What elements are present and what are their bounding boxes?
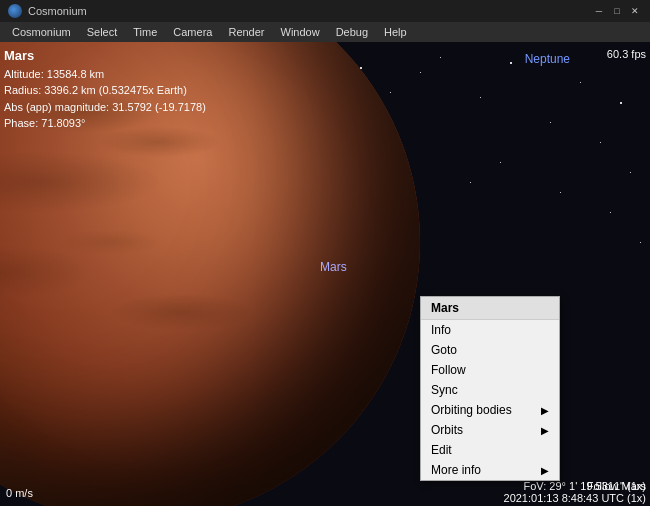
viewport: Neptune 60.3 fps Mars Altitude: 13584.8 … <box>0 42 650 506</box>
star <box>420 72 421 73</box>
status-bar: 0 m/s Follow Mars FoV: 29° 1' 19.5311" (… <box>0 480 650 506</box>
title-bar: Cosmonium ─ □ ✕ <box>0 0 650 22</box>
ctx-goto-label: Goto <box>431 343 457 357</box>
ctx-edit-label: Edit <box>431 443 452 457</box>
star <box>500 162 501 163</box>
close-button[interactable]: ✕ <box>628 4 642 18</box>
menu-camera[interactable]: Camera <box>165 22 220 42</box>
star <box>610 212 611 213</box>
ctx-orbiting-bodies-label: Orbiting bodies <box>431 403 512 417</box>
info-magnitude: Abs (app) magnitude: 31.5792 (-19.7178) <box>4 99 206 116</box>
star <box>510 62 512 64</box>
context-menu: Mars Info Goto Follow Sync Orbiting bodi… <box>420 296 560 481</box>
menu-debug[interactable]: Debug <box>328 22 376 42</box>
star <box>640 242 641 243</box>
star <box>480 97 481 98</box>
star <box>470 182 471 183</box>
ctx-more-info-label: More info <box>431 463 481 477</box>
star <box>560 192 561 193</box>
menu-select[interactable]: Select <box>79 22 126 42</box>
app-icon <box>8 4 22 18</box>
neptune-label: Neptune <box>525 52 570 66</box>
ctx-orbits[interactable]: Orbits ▶ <box>421 420 559 440</box>
ctx-orbiting-bodies-arrow: ▶ <box>541 405 549 416</box>
ctx-info[interactable]: Info <box>421 320 559 340</box>
info-altitude: Altitude: 13584.8 km <box>4 66 206 83</box>
info-radius: Radius: 3396.2 km (0.532475x Earth) <box>4 82 206 99</box>
ctx-goto[interactable]: Goto <box>421 340 559 360</box>
ctx-sync[interactable]: Sync <box>421 380 559 400</box>
title-bar-left: Cosmonium <box>8 4 87 18</box>
ctx-orbits-arrow: ▶ <box>541 425 549 436</box>
star <box>620 102 622 104</box>
menu-window[interactable]: Window <box>273 22 328 42</box>
minimize-button[interactable]: ─ <box>592 4 606 18</box>
star <box>630 172 631 173</box>
title-text: Cosmonium <box>28 5 87 17</box>
ctx-follow-label: Follow <box>431 363 466 377</box>
fov-display: FoV: 29° 1' 19.5311" (1x) <box>504 480 646 492</box>
ctx-info-label: Info <box>431 323 451 337</box>
ctx-sync-label: Sync <box>431 383 458 397</box>
ctx-orbits-label: Orbits <box>431 423 463 437</box>
star <box>580 82 581 83</box>
star <box>390 92 391 93</box>
ctx-more-info[interactable]: More info ▶ <box>421 460 559 480</box>
fps-counter: 60.3 fps <box>607 48 646 60</box>
star <box>600 142 601 143</box>
mars-space-label: Mars <box>320 260 347 274</box>
speed-display: 0 m/s <box>6 487 33 499</box>
window-controls: ─ □ ✕ <box>592 4 642 18</box>
info-overlay: Mars Altitude: 13584.8 km Radius: 3396.2… <box>4 46 206 132</box>
menu-time[interactable]: Time <box>125 22 165 42</box>
menu-render[interactable]: Render <box>220 22 272 42</box>
maximize-button[interactable]: □ <box>610 4 624 18</box>
info-title: Mars <box>4 46 206 66</box>
ctx-edit[interactable]: Edit <box>421 440 559 460</box>
star <box>550 122 551 123</box>
ctx-follow[interactable]: Follow <box>421 360 559 380</box>
menu-bar: Cosmonium Select Time Camera Render Wind… <box>0 22 650 42</box>
menu-cosmonium[interactable]: Cosmonium <box>4 22 79 42</box>
ctx-more-info-arrow: ▶ <box>541 465 549 476</box>
info-phase: Phase: 71.8093° <box>4 115 206 132</box>
context-menu-title: Mars <box>421 297 559 320</box>
datetime-display: 2021:01:13 8:48:43 UTC (1x) <box>504 492 646 504</box>
star <box>440 57 441 58</box>
menu-help[interactable]: Help <box>376 22 415 42</box>
ctx-orbiting-bodies[interactable]: Orbiting bodies ▶ <box>421 400 559 420</box>
